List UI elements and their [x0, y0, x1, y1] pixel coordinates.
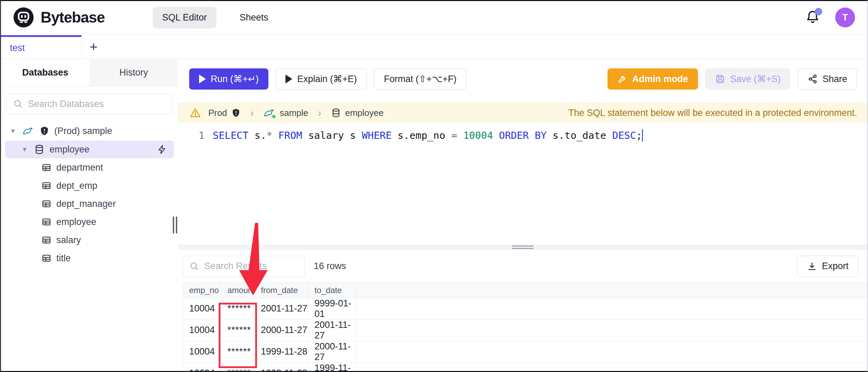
table-label: title — [56, 253, 71, 264]
app-window: Bytebase SQL Editor Sheets T test + Data… — [0, 0, 868, 372]
breadcrumb-environment[interactable]: Prod — [208, 108, 241, 118]
protected-env-warning-text: The SQL statement below will be executed… — [569, 108, 857, 118]
table-icon — [41, 253, 52, 263]
search-icon — [189, 261, 199, 271]
table-row[interactable]: 10004******1998-11-281999-11-28 — [183, 362, 868, 371]
column-header-from_date: from_date — [255, 282, 308, 298]
results-header: 16 rows Export — [178, 250, 867, 282]
tree-table-dept_emp[interactable]: dept_emp — [1, 177, 178, 195]
table-row[interactable]: 10004******1999-11-282000-11-27 — [183, 341, 868, 362]
table-row[interactable]: 10004******2000-11-272001-11-27 — [183, 319, 868, 341]
app-header: Bytebase SQL Editor Sheets T — [1, 1, 867, 34]
cell: 2000-11-27 — [308, 341, 357, 362]
format-button[interactable]: Format (⇧+⌥+F) — [374, 68, 466, 90]
caret-down-icon[interactable]: ▾ — [9, 127, 17, 135]
chevron-right-icon: › — [315, 107, 324, 119]
shield-check-icon — [231, 108, 241, 118]
add-sheet-button[interactable]: + — [82, 35, 106, 59]
run-button[interactable]: Run (⌘+↵) — [189, 68, 268, 90]
avatar[interactable]: T — [835, 8, 855, 27]
results-panel-divider[interactable] — [178, 245, 867, 250]
search-icon — [13, 99, 23, 109]
main-panel: Run (⌘+↵) Explain (⌘+E) Format (⇧+⌥+F) A… — [178, 59, 867, 371]
notification-badge — [815, 8, 822, 15]
search-databases-input[interactable] — [28, 99, 166, 109]
masked-cell: ****** — [221, 319, 255, 341]
column-header-emp_no: emp_no — [183, 282, 221, 298]
table-icon — [41, 162, 52, 173]
cell-filler — [357, 341, 868, 362]
cell: 9999-01-01 — [308, 298, 357, 319]
sql-statement: SELECT s.* FROM salary s WHERE s.emp_no … — [213, 130, 642, 141]
instance-label: (Prod) sample — [54, 126, 112, 136]
cell: 2001-11-27 — [308, 319, 357, 341]
drag-grip-icon — [512, 245, 534, 249]
cell: 10004 — [183, 362, 221, 371]
sheet-tab-test[interactable]: test — [1, 35, 82, 59]
cell-filler — [357, 319, 868, 341]
editor-toolbar: Run (⌘+↵) Explain (⌘+E) Format (⇧+⌥+F) A… — [178, 59, 867, 103]
table-row[interactable]: 10004******2001-11-279999-01-01 — [183, 298, 868, 319]
bytebase-logo-icon — [13, 6, 34, 28]
results-panel: 16 rows Export emp_noamountfrom_dateto_d… — [178, 250, 867, 371]
results-search — [183, 256, 305, 277]
brand-name: Bytebase — [41, 9, 105, 26]
save-button[interactable]: Save (⌘+S) — [705, 68, 790, 90]
table-label: dept_manager — [56, 199, 116, 209]
nav-sheets[interactable]: Sheets — [230, 7, 278, 28]
sql-code-line: 1 SELECT s.* FROM salary s WHERE s.emp_n… — [178, 129, 643, 142]
breadcrumb-table[interactable]: employee — [331, 108, 384, 118]
tab-history[interactable]: History — [89, 59, 178, 86]
table-icon — [41, 181, 52, 191]
sidebar-tabs: Databases History — [1, 59, 178, 87]
tree-database-employee[interactable]: ▾ employee — [5, 141, 174, 158]
tree-instance-prod-sample[interactable]: ▾ (Prod) sample — [1, 122, 178, 140]
notification-bell-icon[interactable] — [805, 9, 820, 26]
nav-sql-editor[interactable]: SQL Editor — [153, 7, 216, 28]
wrench-icon — [617, 74, 628, 84]
cell: 1999-11-28 — [255, 341, 308, 362]
column-header-filler — [357, 282, 868, 298]
result-grid: emp_noamountfrom_dateto_date 10004******… — [183, 282, 867, 371]
tab-databases[interactable]: Databases — [1, 59, 89, 86]
export-button[interactable]: Export — [797, 256, 858, 277]
tree-table-dept_manager[interactable]: dept_manager — [1, 195, 178, 213]
sql-editor[interactable]: 1 SELECT s.* FROM salary s WHERE s.emp_n… — [178, 123, 867, 245]
explain-button[interactable]: Explain (⌘+E) — [276, 68, 367, 90]
tree-table-employee[interactable]: employee — [1, 213, 178, 231]
column-header-to_date: to_date — [308, 282, 357, 298]
table-label: dept_emp — [56, 181, 97, 191]
share-button[interactable]: Share — [798, 68, 857, 90]
database-label: employee — [50, 144, 89, 155]
cell: 1999-11-28 — [308, 362, 357, 371]
tree-table-salary[interactable]: salary — [1, 231, 178, 249]
sidebar-resize-handle[interactable] — [173, 216, 178, 234]
cell: 10004 — [183, 341, 221, 362]
breadcrumb-database[interactable]: sample — [263, 107, 308, 118]
masked-cell: ****** — [221, 341, 255, 362]
column-header-amount: amount — [221, 282, 255, 298]
tree-tables: departmentdept_empdept_manageremployeesa… — [1, 159, 178, 267]
tree-table-title[interactable]: title — [1, 249, 178, 267]
result-grid-header: emp_noamountfrom_dateto_date — [183, 282, 868, 298]
table-icon — [41, 235, 52, 245]
cell: 2000-11-27 — [255, 319, 308, 341]
row-count: 16 rows — [314, 261, 346, 271]
table-label: salary — [56, 235, 81, 245]
warning-triangle-icon — [189, 107, 201, 119]
search-results-input[interactable] — [204, 261, 298, 271]
cell: 10004 — [183, 298, 221, 319]
shield-check-icon — [39, 126, 50, 136]
brand-logo[interactable]: Bytebase — [13, 6, 105, 28]
play-icon — [199, 75, 206, 83]
table-icon — [41, 199, 52, 209]
admin-mode-button[interactable]: Admin mode — [607, 68, 698, 90]
status-dot — [271, 114, 276, 119]
caret-down-icon[interactable]: ▾ — [20, 145, 29, 154]
tree-table-department[interactable]: department — [1, 159, 178, 176]
table-icon — [41, 217, 52, 227]
database-icon — [331, 108, 341, 118]
cell-filler — [357, 362, 868, 371]
table-label: department — [56, 162, 103, 173]
lightning-icon[interactable] — [157, 144, 167, 155]
